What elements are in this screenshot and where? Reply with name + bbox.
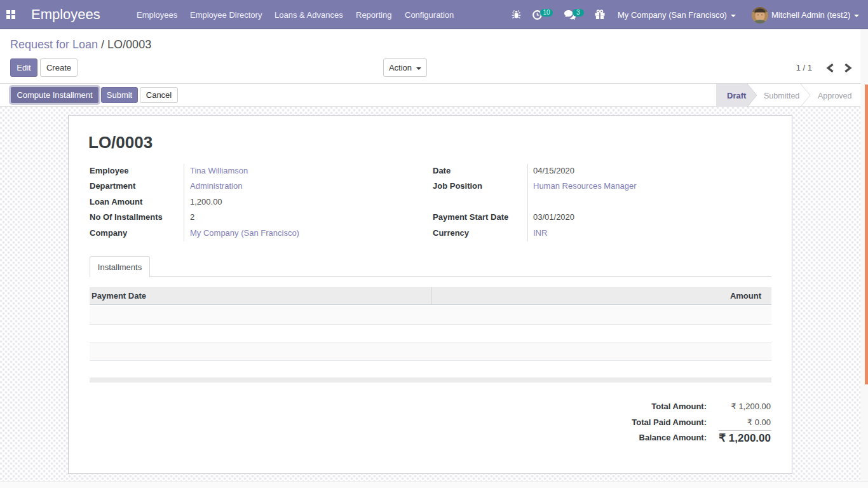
svg-text:Draft: Draft	[727, 91, 747, 100]
svg-text:Submitted: Submitted	[764, 92, 799, 100]
svg-text:Approved: Approved	[818, 92, 852, 100]
